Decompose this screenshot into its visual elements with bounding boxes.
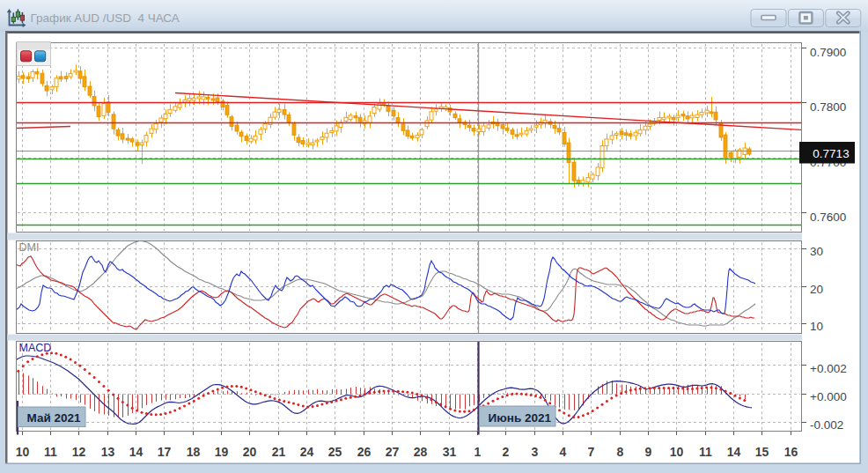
svg-text:10: 10 xyxy=(16,445,30,459)
svg-text:17: 17 xyxy=(158,445,172,459)
svg-text:11: 11 xyxy=(44,445,57,459)
svg-text:10: 10 xyxy=(670,445,684,459)
svg-text:20: 20 xyxy=(810,283,823,296)
svg-text:0.7800: 0.7800 xyxy=(810,100,846,114)
svg-text:12: 12 xyxy=(72,445,86,459)
svg-text:0.7900: 0.7900 xyxy=(810,46,846,59)
svg-text:9: 9 xyxy=(645,445,652,459)
svg-text:DMI: DMI xyxy=(19,241,40,254)
svg-text:0.7600: 0.7600 xyxy=(810,211,846,224)
svg-text:27: 27 xyxy=(386,445,400,459)
svg-text:10: 10 xyxy=(810,320,823,333)
svg-text:21: 21 xyxy=(272,445,286,459)
svg-text:18: 18 xyxy=(187,445,201,459)
svg-text:14: 14 xyxy=(129,445,143,459)
svg-text:14: 14 xyxy=(727,445,741,459)
svg-text:11: 11 xyxy=(699,445,712,459)
svg-text:-0.002: -0.002 xyxy=(810,418,843,432)
svg-text:Май 2021: Май 2021 xyxy=(27,411,81,425)
svg-text:2: 2 xyxy=(503,445,510,459)
svg-text:19: 19 xyxy=(215,445,229,459)
svg-text:7: 7 xyxy=(588,445,595,459)
svg-text:4: 4 xyxy=(560,445,567,459)
svg-text:16: 16 xyxy=(784,445,798,459)
svg-text:3: 3 xyxy=(532,445,539,459)
svg-text:26: 26 xyxy=(357,445,371,459)
svg-text:8: 8 xyxy=(617,445,624,459)
svg-text:31: 31 xyxy=(443,445,457,459)
svg-text:Июнь 2021: Июнь 2021 xyxy=(489,411,552,425)
svg-text:График AUD /USD 4 ЧАСА: График AUD /USD 4 ЧАСА xyxy=(31,11,180,25)
svg-text:25: 25 xyxy=(328,445,342,459)
svg-text:+0.000: +0.000 xyxy=(810,390,847,403)
svg-text:MACD: MACD xyxy=(19,342,52,354)
svg-text:0.7713: 0.7713 xyxy=(813,147,849,160)
svg-text:15: 15 xyxy=(755,445,769,459)
svg-text:30: 30 xyxy=(810,245,823,258)
svg-text:13: 13 xyxy=(101,445,115,459)
svg-text:28: 28 xyxy=(414,445,428,459)
svg-text:24: 24 xyxy=(300,445,314,459)
svg-text:+0.002: +0.002 xyxy=(810,362,847,375)
svg-text:20: 20 xyxy=(243,445,257,459)
svg-text:1: 1 xyxy=(474,445,482,459)
